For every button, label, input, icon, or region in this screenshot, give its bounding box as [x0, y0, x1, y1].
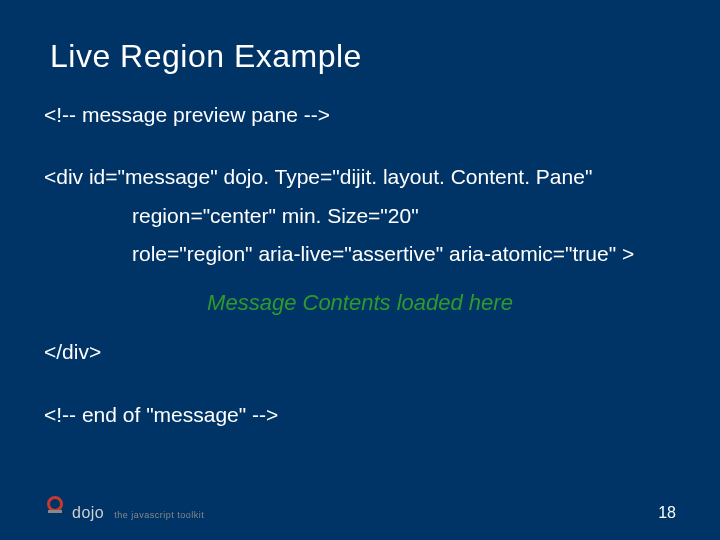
dojo-logo-icon: [44, 496, 66, 518]
slide: Live Region Example <!-- message preview…: [0, 0, 720, 540]
logo-text: dojo: [72, 504, 104, 522]
code-line-div-close: </div>: [44, 338, 676, 366]
code-line-comment-close: <!-- end of "message" -->: [44, 401, 676, 429]
code-line-region: region="center" min. Size="20": [44, 202, 676, 230]
logo-subtitle: the javascript toolkit: [114, 510, 204, 520]
logo: dojo the javascript toolkit: [44, 496, 204, 522]
code-line-div-open: <div id="message" dojo. Type="dijit. lay…: [44, 163, 676, 191]
svg-rect-1: [48, 510, 62, 513]
spacer: [44, 139, 676, 153]
page-number: 18: [658, 504, 676, 522]
svg-point-0: [49, 498, 62, 511]
code-line-role: role="region" aria-live="assertive" aria…: [44, 240, 676, 268]
code-line-message-contents: Message Contents loaded here: [44, 290, 676, 316]
spacer: [44, 377, 676, 391]
slide-title: Live Region Example: [50, 38, 676, 75]
code-line-comment-open: <!-- message preview pane -->: [44, 101, 676, 129]
footer: dojo the javascript toolkit 18: [44, 496, 676, 522]
